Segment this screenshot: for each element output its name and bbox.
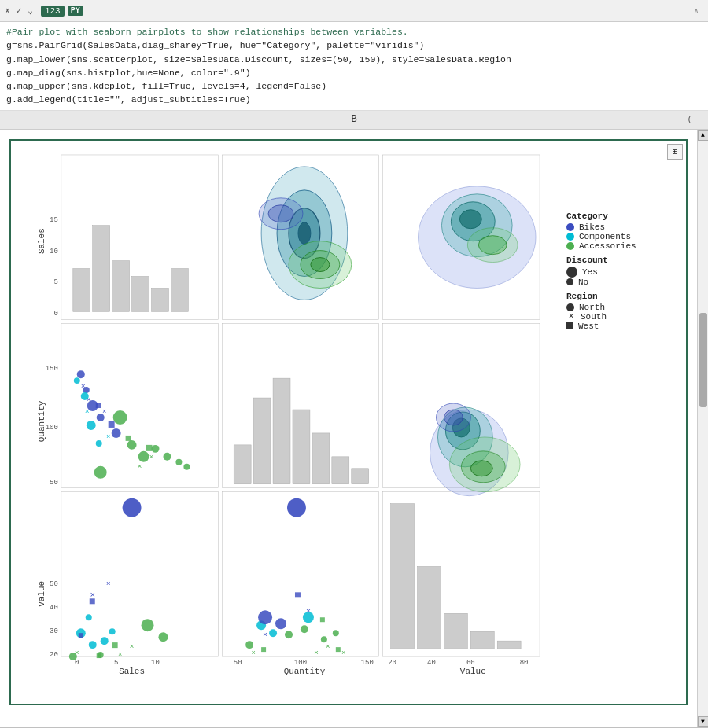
svg-rect-134 [470,631,494,649]
svg-rect-100 [90,598,95,604]
svg-text:60: 60 [466,659,475,667]
svg-point-89 [109,628,116,634]
code-line-6: g.add_legend(title="", adjust_subtitles=… [6,93,702,106]
output-area: ⊞ Sales Quantity Value Sales Quantity [9,139,688,705]
svg-text:20: 20 [50,651,58,659]
chevron-down-icon[interactable]: ⌄ [26,5,35,17]
svg-rect-132 [418,566,441,649]
scrollbar-down-button[interactable]: ▼ [698,716,709,727]
svg-text:×: × [81,382,86,391]
svg-text:×: × [251,649,255,657]
confirm-icon[interactable]: ✓ [15,5,24,17]
svg-point-112 [301,625,308,633]
svg-text:×: × [263,631,267,639]
svg-text:100: 100 [46,423,58,431]
svg-text:50: 50 [50,478,58,486]
svg-text:15: 15 [50,215,58,223]
code-area: #Pair plot with seaborn pairplots to sho… [0,22,708,111]
output-tab-right[interactable]: ( [687,115,692,124]
svg-text:10: 10 [50,247,58,255]
svg-text:×: × [85,407,90,416]
svg-point-37 [77,370,85,378]
svg-text:50: 50 [50,580,58,588]
svg-point-90 [86,614,92,620]
legend-discount-no: No [566,278,680,287]
svg-rect-101 [79,633,83,638]
ylabel-quantity: Quantity [37,400,46,442]
svg-text:0: 0 [53,310,57,318]
accessories-label: Accessories [579,241,636,251]
svg-text:150: 150 [46,365,58,373]
svg-point-56 [152,444,160,452]
svg-rect-125 [320,617,325,622]
svg-point-78 [470,460,492,476]
pair-grid-svg: Sales Quantity Value Sales Quantity Valu… [17,147,560,680]
svg-point-117 [275,618,286,629]
svg-point-53 [113,410,127,425]
discount-no-label: No [578,278,588,287]
svg-point-57 [163,452,171,460]
output-tab-b[interactable]: B [343,112,364,127]
svg-point-114 [333,630,339,636]
svg-point-92 [158,632,168,642]
chart-and-legend: Sales Quantity Value Sales Quantity Valu… [11,141,686,704]
legend-area: Category Bikes Components [560,141,686,704]
svg-rect-135 [497,641,521,649]
svg-text:×: × [149,453,153,461]
cancel-icon[interactable]: ✗ [3,5,12,17]
svg-point-107 [287,498,306,517]
svg-rect-70 [332,456,349,483]
scrollbar-track [698,141,708,716]
legend-category-title: Category [566,211,680,221]
svg-point-22 [298,222,311,244]
svg-point-41 [112,428,121,437]
legend-item-accessories: Accessories [566,241,680,251]
bikes-color-dot [566,223,574,231]
svg-text:40: 40 [50,604,58,612]
svg-text:×: × [106,579,111,588]
west-marker-icon [566,322,573,329]
svg-rect-102 [112,642,118,648]
svg-text:×: × [118,651,122,659]
legend-item-bikes: Bikes [566,222,680,232]
svg-rect-68 [293,410,310,484]
svg-rect-71 [352,468,369,483]
svg-text:0: 0 [75,659,79,667]
cell-number: 123 [41,6,65,17]
svg-text:150: 150 [361,659,374,667]
svg-text:×: × [138,461,142,470]
legend-region-west: West [566,322,680,331]
code-line-3: g.map_lower(sns.scatterplot, size=SalesD… [6,53,702,66]
svg-point-25 [311,257,330,271]
svg-point-85 [123,498,142,517]
svg-text:20: 20 [388,659,396,667]
svg-text:80: 80 [520,659,529,667]
scrollbar-thumb[interactable] [699,313,707,407]
svg-rect-64 [146,444,153,450]
south-label: South [581,312,607,322]
svg-point-60 [94,465,107,478]
expand-icon[interactable]: ⊞ [667,144,683,160]
scrollbar-up-button[interactable]: ▲ [698,130,709,141]
svg-point-113 [321,636,327,642]
legend-region-section: Region North × South [566,292,680,331]
xlabel-quantity: Quantity [284,667,326,676]
svg-text:×: × [75,649,79,657]
collapse-icon[interactable]: ∧ [694,6,699,16]
legend-region-north: North [566,303,680,312]
svg-text:40: 40 [427,659,436,667]
svg-point-27 [268,204,293,222]
output-tab-bar: B ( [0,111,708,130]
svg-rect-127 [261,647,266,652]
discount-yes-label: Yes [582,267,598,277]
xlabel-sales: Sales [119,667,145,676]
svg-rect-67 [273,378,290,484]
svg-rect-124 [295,592,301,597]
svg-rect-11 [112,260,130,311]
svg-point-91 [142,619,154,631]
svg-point-58 [175,458,182,465]
svg-point-115 [245,641,253,649]
svg-rect-10 [93,225,110,311]
svg-rect-65 [234,444,251,483]
svg-text:5: 5 [114,659,118,667]
